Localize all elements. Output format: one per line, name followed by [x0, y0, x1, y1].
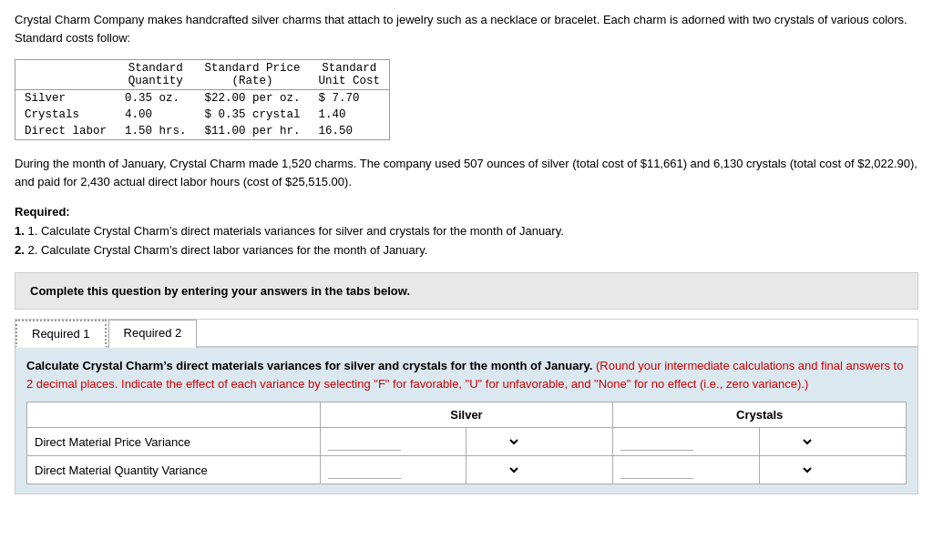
tab-content-required1: Calculate Crystal Charm’s direct materia…: [15, 348, 918, 494]
row1-crystals-select[interactable]: F U None: [760, 428, 907, 456]
row1-label: Direct Material Price Variance: [27, 428, 321, 456]
row-crystals-qty: 4.00: [116, 107, 196, 123]
row-silver-qty: 0.35 oz.: [116, 90, 196, 107]
row-labor-cost: 16.50: [310, 123, 390, 140]
header-empty: [15, 60, 117, 90]
row1-crystals-effect-select[interactable]: F U None: [767, 434, 815, 450]
tabs-container: Required 1 Required 2 Calculate Crystal …: [15, 319, 918, 494]
row2-silver-amount[interactable]: [320, 456, 466, 484]
col-crystals-header: Crystals: [613, 402, 907, 428]
row2-silver-select[interactable]: F U None: [466, 456, 613, 484]
header-standard-price: Standard Price(Rate): [196, 60, 310, 90]
variance-table-wrapper: Silver Crystals Direct Material Price Va…: [26, 402, 907, 484]
table-row: Direct Material Quantity Variance F U No…: [27, 456, 907, 484]
col-empty-header: [27, 402, 321, 428]
row1-silver-amount[interactable]: [320, 428, 466, 456]
row1-silver-amount-input[interactable]: [328, 433, 401, 451]
header-standard-quantity: StandardQuantity: [116, 60, 196, 90]
row2-label: Direct Material Quantity Variance: [27, 456, 321, 484]
intro-text: Crystal Charm Company makes handcrafted …: [15, 11, 918, 46]
row-crystals-cost: 1.40: [310, 107, 390, 123]
required-title: Required:: [15, 205, 70, 219]
row-labor-qty: 1.50 hrs.: [116, 123, 196, 140]
row1-crystals-amount[interactable]: [613, 428, 760, 456]
tabs-header: Required 1 Required 2: [15, 320, 918, 348]
row2-crystals-amount[interactable]: [613, 456, 760, 484]
row2-crystals-effect-select[interactable]: F U None: [767, 463, 815, 478]
row-crystals-label: Crystals: [15, 107, 117, 123]
complete-box: Complete this question by entering your …: [15, 272, 918, 310]
row1-silver-select[interactable]: F U None: [466, 428, 613, 456]
col-silver-header: Silver: [320, 402, 613, 428]
row-silver-label: Silver: [15, 90, 117, 107]
tab-required-2[interactable]: Required 2: [108, 320, 198, 348]
tab-required-1[interactable]: Required 1: [15, 320, 107, 348]
required-item2: 2. 2. Calculate Crystal Charm’s direct l…: [15, 241, 918, 260]
row2-silver-amount-input[interactable]: [328, 461, 401, 479]
row-labor-label: Direct labor: [15, 123, 117, 140]
tab-instruction: Calculate Crystal Charm’s direct materia…: [26, 357, 907, 392]
month-text: During the month of January, Crystal Cha…: [15, 155, 918, 190]
row2-crystals-amount-input[interactable]: [620, 461, 693, 479]
header-standard-unit-cost: StandardUnit Cost: [310, 60, 390, 90]
required-section: Required: 1. 1. Calculate Crystal Charm’…: [15, 203, 918, 260]
required-item1: 1. 1. Calculate Crystal Charm’s direct m…: [15, 222, 918, 241]
row1-silver-effect-select[interactable]: F U None: [474, 434, 521, 450]
row-crystals-price: $ 0.35 crystal: [196, 107, 310, 123]
standard-costs-table: StandardQuantity Standard Price(Rate) St…: [15, 59, 390, 140]
row2-crystals-select[interactable]: F U None: [760, 456, 907, 484]
variance-table: Silver Crystals Direct Material Price Va…: [26, 402, 907, 484]
row-labor-price: $11.00 per hr.: [196, 123, 310, 140]
table-row: Direct Material Price Variance F U None: [27, 428, 907, 456]
instruction-bold: Calculate Crystal Charm’s direct materia…: [26, 359, 592, 372]
row1-crystals-amount-input[interactable]: [620, 433, 693, 451]
row-silver-cost: $ 7.70: [310, 90, 390, 107]
row2-silver-effect-select[interactable]: F U None: [474, 463, 521, 478]
row-silver-price: $22.00 per oz.: [196, 90, 310, 107]
